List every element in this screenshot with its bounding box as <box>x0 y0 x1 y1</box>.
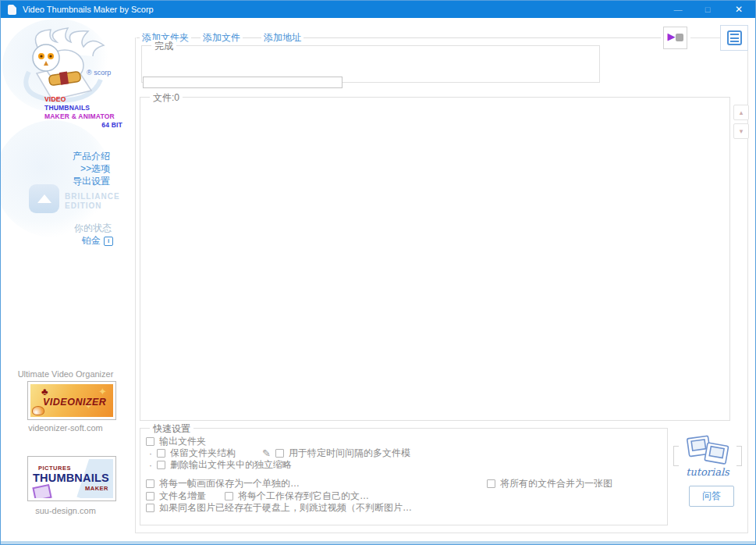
pictures-thumbnails-maker-banner[interactable]: PICTURES THUMBNAILS MAKER <box>27 456 116 501</box>
checkbox-label[interactable]: 将所有的文件合并为一张图 <box>500 477 612 490</box>
app-text-logo: VIDEO THUMBNAILS MAKER & ANIMATOR 64 BIT <box>44 95 122 130</box>
window-bottom-edge <box>1 541 755 544</box>
status-value-platinum[interactable]: 铂金 <box>82 234 101 248</box>
eject-badge-icon <box>29 184 59 213</box>
start-processing-button[interactable]: ▶ <box>663 27 687 49</box>
bracket-decoration <box>736 446 742 466</box>
sidebar-item-options[interactable]: >>选项 <box>34 162 110 175</box>
bracket-decoration <box>673 446 679 466</box>
sidebar: ® scorp VIDEO THUMBNAILS MAKER & ANIMATO… <box>2 19 133 539</box>
checkbox-row-delete-standalone: · 删除输出文件夹中的独立缩略 <box>149 458 292 472</box>
quick-settings-label: 快速设置 <box>150 422 193 436</box>
skip-existing-image-checkbox[interactable] <box>146 504 154 512</box>
up-arrow-icon: ▴ <box>740 109 744 116</box>
qa-button[interactable]: 问答 <box>689 486 734 507</box>
suu-design-site-link[interactable]: suu-design.com <box>2 506 129 515</box>
delete-standalone-thumbs-checkbox[interactable] <box>157 461 165 469</box>
logo-line-video: VIDEO <box>44 95 122 104</box>
multi-file-interval-checkbox[interactable] <box>275 449 284 458</box>
videonizer-banner-text: VIDEONIZER <box>43 397 106 408</box>
filename-increment-checkbox[interactable] <box>146 492 154 500</box>
bullet: · <box>149 460 152 471</box>
maximize-button[interactable]: □ <box>693 1 722 18</box>
minimize-button[interactable]: — <box>663 1 693 18</box>
move-up-button[interactable]: ▴ <box>733 105 749 120</box>
palm-tree-icon: ♣ <box>41 386 48 397</box>
sidebar-nav: 产品介绍 >>选项 导出设置 <box>34 150 110 187</box>
main-frame-top-border-segment <box>690 37 720 38</box>
checkbox-row-merge-all: 将所有的文件合并为一张图 <box>487 477 612 490</box>
edition-watermark: BRILLIANCE EDITION <box>65 192 120 211</box>
start-arrow-icon: ▶ <box>668 33 683 44</box>
main-frame-left-border <box>135 37 136 533</box>
status-line: 铂金 i <box>46 234 113 248</box>
checkbox-label[interactable]: 用于特定时间间隔的多文件模 <box>289 447 410 460</box>
info-icon[interactable]: i <box>104 237 113 246</box>
star-icon: ✦ <box>98 386 107 397</box>
merge-all-files-checkbox[interactable] <box>487 479 495 488</box>
add-url-link[interactable]: 添加地址 <box>261 31 303 45</box>
videonizer-site-link[interactable]: videonizer-soft.com <box>2 423 129 433</box>
add-file-link[interactable]: 添加文件 <box>201 31 243 45</box>
status-label: 你的状态 <box>46 222 112 235</box>
output-folder-checkbox[interactable] <box>146 437 154 446</box>
ptm-line-thumbnails: THUMBNAILS <box>33 472 109 484</box>
save-each-frame-checkbox[interactable] <box>146 479 154 488</box>
checkbox-label[interactable]: 将每一帧画面保存为一个单独的… <box>159 477 300 490</box>
promo-organizer-caption: Ultimate Video Organizer <box>2 369 129 379</box>
checkbox-row-skip-existing: 如果同名图片已经存在于硬盘上，则跳过视频（不判断图片… <box>146 501 412 515</box>
file-list-area[interactable] <box>144 104 726 417</box>
photo-icon <box>32 484 51 498</box>
main-frame-bottom-border <box>135 533 748 533</box>
checkbox-label[interactable]: 如果同名图片已经存在于硬盘上，则跳过视频（不判断图片… <box>159 501 412 515</box>
hamburger-menu-icon <box>727 30 742 45</box>
videonizer-banner[interactable]: ✦ ✦ ♣ VIDEONIZER <box>27 381 116 420</box>
sidebar-item-product-info[interactable]: 产品介绍 <box>34 150 110 162</box>
scorp-brand-mark: ® scorp <box>87 69 111 77</box>
files-group-label: 文件:0 <box>150 91 183 105</box>
app-window: Video Thumbnails Maker by Scorp — □ ✕ ® … <box>0 0 756 545</box>
owl-logo <box>13 25 122 103</box>
keep-folder-structure-checkbox[interactable] <box>157 449 165 458</box>
move-down-button[interactable]: ▾ <box>733 123 749 139</box>
app-icon <box>8 5 16 15</box>
close-button[interactable]: ✕ <box>722 1 755 18</box>
logo-line-thumbnails: THUMBNAILS <box>44 104 122 112</box>
main-menu-button[interactable] <box>720 25 748 51</box>
down-arrow-icon: ▾ <box>740 127 744 135</box>
toolbar: 添加文件夹 添加文件 添加地址 <box>137 32 661 43</box>
window-title: Video Thumbnails Maker by Scorp <box>23 5 154 14</box>
ptm-line-maker: MAKER <box>85 485 108 492</box>
logo-line-maker-animator: MAKER & ANIMATOR <box>44 112 122 121</box>
title-bar: Video Thumbnails Maker by Scorp — □ ✕ <box>1 1 755 18</box>
checkbox-label[interactable]: 删除输出文件夹中的独立缩略 <box>170 458 292 472</box>
bullet: · <box>149 448 152 459</box>
done-group-label: 完成 <box>151 40 176 53</box>
logo-line-64bit: 64 BIT <box>44 121 122 130</box>
save-job-own-folder-checkbox[interactable] <box>225 492 233 500</box>
qa-button-label: 问答 <box>702 490 721 503</box>
progress-bar <box>143 77 343 88</box>
tutorials-label: tutorials <box>686 466 729 478</box>
pencil-icon[interactable]: ✎ <box>262 447 271 459</box>
window-controls: — □ ✕ <box>663 1 755 18</box>
checkbox-row-save-each-frame: 将每一帧画面保存为一个单独的… <box>146 477 300 490</box>
files-groupbox: 文件:0 <box>140 97 730 421</box>
tutorials-photos-icon <box>680 435 735 469</box>
tutorials-link[interactable]: tutorials <box>673 435 742 483</box>
ptm-line-pictures: PICTURES <box>38 465 71 472</box>
